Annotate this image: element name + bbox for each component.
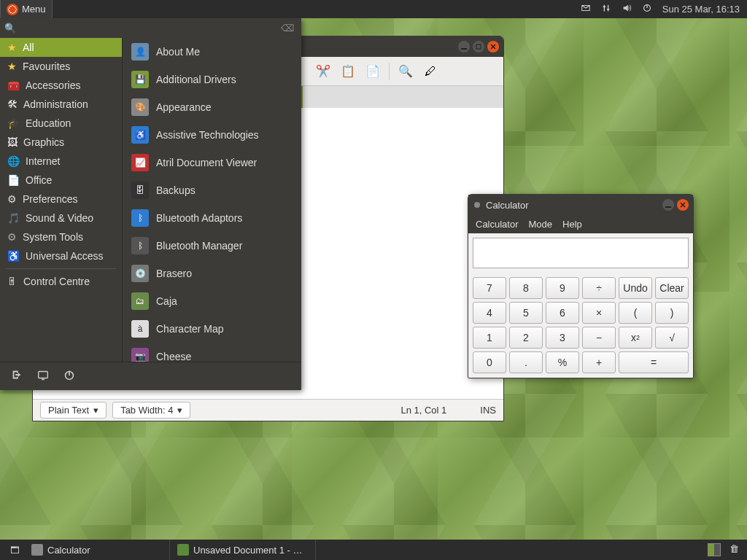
- key-6[interactable]: 6: [546, 302, 579, 324]
- key-1[interactable]: 1: [473, 327, 506, 349]
- minimize-button[interactable]: [458, 41, 470, 52]
- category-accessories[interactable]: 🧰Accessories: [0, 76, 122, 95]
- app-bluetooth-manager[interactable]: ᛒBluetooth Manager: [123, 232, 301, 260]
- show-desktop-icon[interactable]: 🗔: [6, 545, 24, 556]
- calc-titlebar[interactable]: Calculator: [468, 195, 693, 215]
- svg-rect-1: [39, 372, 48, 378]
- maximize-button[interactable]: [473, 41, 484, 52]
- calc-menubar: Calculator Mode Help: [468, 215, 693, 233]
- calculator-window: Calculator Calculator Mode Help 7 8 9 ÷ …: [468, 194, 694, 378]
- calc-minimize-button[interactable]: [662, 199, 674, 211]
- category-administration[interactable]: 🛠Administration: [0, 95, 122, 114]
- app-atril[interactable]: 📈Atril Document Viewer: [123, 149, 301, 176]
- calc-menu-help[interactable]: Help: [562, 219, 582, 230]
- key-add[interactable]: +: [582, 351, 616, 373]
- mail-icon[interactable]: [581, 3, 591, 15]
- key-paren-open[interactable]: (: [619, 302, 652, 324]
- chevron-down-icon: ▾: [177, 405, 182, 416]
- document-icon: [177, 544, 189, 556]
- app-cheese[interactable]: 📷Cheese: [123, 343, 301, 362]
- category-system-tools[interactable]: ⚙System Tools: [0, 228, 122, 246]
- category-sound-video[interactable]: 🎵Sound & Video: [0, 209, 122, 228]
- key-undo[interactable]: Undo: [619, 277, 652, 299]
- key-4[interactable]: 4: [473, 302, 506, 324]
- workspace-switcher-icon[interactable]: [708, 543, 721, 556]
- status-syntax[interactable]: Plain Text▾: [40, 402, 107, 419]
- key-decimal[interactable]: .: [509, 351, 543, 373]
- power-icon[interactable]: [642, 3, 652, 15]
- key-8[interactable]: 8: [509, 277, 543, 299]
- clock[interactable]: Sun 25 Mar, 16:13: [662, 4, 740, 15]
- logout-icon[interactable]: [10, 368, 23, 384]
- menu-button[interactable]: Menu: [0, 0, 53, 18]
- key-clear[interactable]: Clear: [655, 277, 689, 299]
- app-caja[interactable]: 🗂Caja: [123, 287, 301, 315]
- application-menu: 🔍 ⌫ ★All ★Favourites 🧰Accessories 🛠Admin…: [0, 18, 301, 390]
- system-tray: Sun 25 Mar, 16:13: [573, 3, 747, 15]
- category-internet[interactable]: 🌐Internet: [0, 152, 122, 171]
- key-subtract[interactable]: −: [582, 327, 616, 349]
- status-insert-mode[interactable]: INS: [480, 405, 496, 416]
- key-paren-close[interactable]: ): [655, 302, 689, 324]
- category-favourites[interactable]: ★Favourites: [0, 57, 122, 76]
- key-sqrt[interactable]: √: [655, 327, 689, 349]
- category-graphics[interactable]: 🖼Graphics: [0, 133, 122, 152]
- category-preferences[interactable]: ⚙Preferences: [0, 190, 122, 209]
- calc-display[interactable]: [473, 238, 689, 268]
- paste-button[interactable]: 📄: [363, 61, 383, 82]
- calc-menu-calculator[interactable]: Calculator: [476, 219, 519, 230]
- menu-applications[interactable]: 👤About Me 💾Additional Drivers 🎨Appearanc…: [123, 38, 301, 362]
- app-appearance[interactable]: 🎨Appearance: [123, 93, 301, 121]
- category-universal-access[interactable]: ♿Universal Access: [0, 246, 122, 265]
- key-9[interactable]: 9: [546, 277, 579, 299]
- app-bluetooth-adaptors[interactable]: ᛒBluetooth Adaptors: [123, 204, 301, 232]
- svg-rect-2: [42, 378, 44, 380]
- app-additional-drivers[interactable]: 💾Additional Drivers: [123, 66, 301, 93]
- taskbar-item-calculator[interactable]: Calculator: [24, 540, 170, 560]
- volume-icon[interactable]: [622, 3, 632, 15]
- key-equals[interactable]: =: [619, 351, 689, 373]
- cut-button[interactable]: ✂️: [313, 61, 333, 82]
- search-icon: 🔍: [4, 23, 16, 34]
- lock-screen-icon[interactable]: [36, 368, 50, 384]
- category-education[interactable]: 🎓Education: [0, 114, 122, 133]
- app-assistive-technologies[interactable]: ♿Assistive Technologies: [123, 121, 301, 149]
- close-button[interactable]: [487, 41, 499, 52]
- category-all[interactable]: ★All: [0, 38, 122, 57]
- app-brasero[interactable]: 💿Brasero: [123, 260, 301, 287]
- trash-icon[interactable]: 🗑: [729, 543, 743, 556]
- category-office[interactable]: 📄Office: [0, 171, 122, 190]
- app-about-me[interactable]: 👤About Me: [123, 38, 301, 66]
- copy-button[interactable]: 📋: [338, 61, 358, 82]
- replace-button[interactable]: 🖊: [420, 61, 441, 82]
- status-tab-width[interactable]: Tab Width: 4▾: [112, 402, 190, 419]
- taskbar-item-editor[interactable]: Unsaved Document 1 - …: [170, 540, 316, 560]
- app-character-map[interactable]: àCharacter Map: [123, 315, 301, 343]
- calc-close-button[interactable]: [677, 199, 689, 211]
- app-backups[interactable]: 🗄Backups: [123, 176, 301, 204]
- shutdown-icon[interactable]: [63, 368, 76, 384]
- ubuntu-logo-icon: [7, 4, 18, 15]
- menu-search-row: 🔍 ⌫: [0, 18, 301, 38]
- key-5[interactable]: 5: [509, 302, 543, 324]
- clear-search-icon[interactable]: ⌫: [281, 23, 294, 34]
- key-multiply[interactable]: ×: [582, 302, 616, 324]
- key-2[interactable]: 2: [509, 327, 543, 349]
- svg-rect-5: [476, 44, 481, 49]
- menu-search-input[interactable]: [19, 21, 281, 35]
- status-cursor-position: Ln 1, Col 1: [400, 405, 446, 416]
- calc-title: Calculator: [486, 200, 657, 211]
- category-control-centre[interactable]: 🎚Control Centre: [0, 272, 122, 291]
- calculator-icon: [31, 544, 43, 556]
- key-7[interactable]: 7: [473, 277, 506, 299]
- calc-menu-mode[interactable]: Mode: [529, 219, 553, 230]
- key-0[interactable]: 0: [473, 351, 506, 373]
- calc-keypad: 7 8 9 ÷ Undo Clear 4 5 6 × ( ) 1 2 3 − x…: [468, 273, 693, 378]
- key-3[interactable]: 3: [546, 327, 579, 349]
- network-icon[interactable]: [601, 3, 611, 15]
- key-percent[interactable]: %: [546, 351, 579, 373]
- key-divide[interactable]: ÷: [582, 277, 616, 299]
- top-panel: Menu Sun 25 Mar, 16:13: [0, 0, 747, 18]
- key-square[interactable]: x2: [619, 327, 652, 349]
- find-button[interactable]: 🔍: [395, 61, 416, 82]
